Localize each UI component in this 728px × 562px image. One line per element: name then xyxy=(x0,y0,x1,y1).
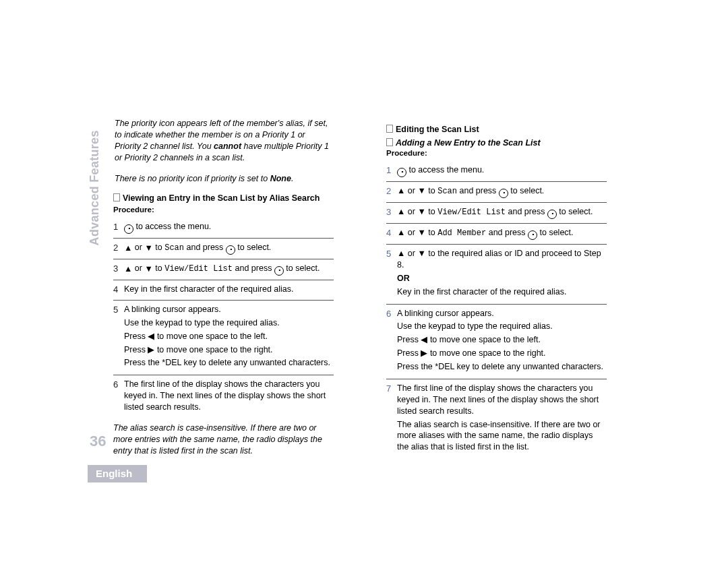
up-icon: ▲ xyxy=(397,187,405,195)
intro-paragraph-2: There is no priority icon if priority is… xyxy=(115,173,334,185)
step-3: 3 ▲ or ▼ to View/Edit List and press to … xyxy=(113,259,334,280)
procedure-steps: 1 to access the menu. 2 ▲ or ▼ to Scan a… xyxy=(113,218,334,417)
ok-icon xyxy=(274,266,284,276)
step-4: 4 Key in the first character of the requ… xyxy=(113,280,334,300)
step-2: 2 ▲ or ▼ to Scan and press to select. xyxy=(386,181,607,202)
ok-icon xyxy=(547,210,557,219)
down-icon: ▼ xyxy=(417,187,425,195)
language-badge: English xyxy=(88,465,147,482)
section-heading: Viewing an Entry in the Scan List by Ali… xyxy=(113,193,334,203)
step-4: 4 ▲ or ▼ to Add Member and press to sele… xyxy=(386,223,607,244)
up-icon: ▲ xyxy=(397,249,405,258)
step-7: 7 The first line of the display shows th… xyxy=(386,379,607,459)
subsection-heading: Adding a New Entry to the Scan List xyxy=(386,138,607,148)
down-icon: ▼ xyxy=(417,228,425,237)
down-icon: ▼ xyxy=(144,265,152,274)
left-column: The priority icon appears left of the me… xyxy=(88,118,334,459)
ok-icon xyxy=(124,224,133,234)
step-5: 5 A blinking cursor appears. Use the key… xyxy=(113,300,334,375)
ok-icon xyxy=(226,245,235,255)
step-1: 1 to access the menu. xyxy=(386,161,607,181)
footnote: The alias search is case-insensitive. If… xyxy=(113,423,334,457)
bullet-icon xyxy=(113,193,120,201)
page-content: The priority icon appears left of the me… xyxy=(88,118,627,459)
ok-icon xyxy=(397,168,406,177)
bullet-icon xyxy=(386,138,393,146)
up-icon: ▲ xyxy=(397,208,405,216)
section-heading: Editing the Scan List xyxy=(386,125,607,134)
ok-icon xyxy=(528,230,537,240)
ok-icon xyxy=(499,189,508,198)
bullet-icon xyxy=(386,125,393,133)
step-3: 3 ▲ or ▼ to View/Edit List and press to … xyxy=(386,202,607,223)
up-icon: ▲ xyxy=(124,244,132,253)
step-6: 6 A blinking cursor appears. Use the key… xyxy=(386,304,607,379)
up-icon: ▲ xyxy=(397,228,405,237)
down-icon: ▼ xyxy=(417,249,425,258)
step-6: 6 The first line of the display shows th… xyxy=(113,375,334,417)
procedure-label: Procedure: xyxy=(113,206,334,214)
down-icon: ▼ xyxy=(144,244,152,253)
right-column: Editing the Scan List Adding a New Entry… xyxy=(361,118,607,459)
down-icon: ▼ xyxy=(417,208,425,216)
up-icon: ▲ xyxy=(124,265,132,274)
procedure-steps: 1 to access the menu. 2 ▲ or ▼ to Scan a… xyxy=(386,161,607,459)
step-1: 1 to access the menu. xyxy=(113,218,334,238)
step-5: 5 ▲ or ▼ to the required alias or ID and… xyxy=(386,244,607,304)
intro-paragraph-1: The priority icon appears left of the me… xyxy=(115,118,334,164)
procedure-label: Procedure: xyxy=(386,149,607,157)
step-2: 2 ▲ or ▼ to Scan and press to select. xyxy=(113,238,334,259)
